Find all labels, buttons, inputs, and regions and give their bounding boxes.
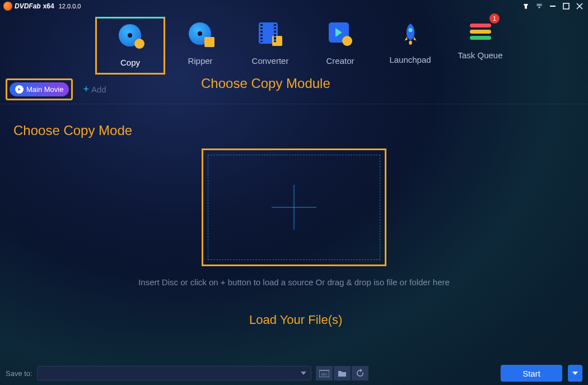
svg-rect-1 (537, 6, 542, 6)
dropzone-highlight (202, 149, 386, 266)
module-copy[interactable]: Copy (95, 17, 165, 75)
disc-icon (189, 22, 211, 45)
chevron-down-icon (301, 372, 306, 375)
mode-label: Main Movie (26, 85, 63, 94)
module-label: Task Queue (458, 50, 502, 60)
disc-sub-icon (134, 39, 144, 49)
module-toolbar: Copy Ripper Converter Creator Launchpad … (0, 11, 588, 77)
rocket-icon (400, 22, 421, 45)
svg-rect-3 (550, 6, 556, 7)
svg-point-5 (408, 28, 412, 32)
module-creator[interactable]: Creator (305, 17, 375, 75)
annotation-mode: Choose Copy Mode (13, 123, 132, 138)
module-launchpad[interactable]: Launchpad (375, 17, 445, 75)
module-task-queue[interactable]: 1 Task Queue (445, 17, 515, 75)
module-converter[interactable]: Converter (235, 17, 305, 75)
brand-name: DVDFab (15, 2, 41, 10)
queue-icon (470, 22, 491, 40)
shirt-icon[interactable] (522, 2, 530, 10)
svg-point-6 (409, 41, 412, 45)
close-button[interactable] (576, 2, 584, 10)
annotation-module: Choose Copy Module (201, 76, 330, 91)
annotation-load: Load Your File(s) (249, 313, 342, 327)
app-logo-icon (3, 2, 12, 11)
film-sub-icon (204, 37, 214, 47)
film-sub-icon (272, 36, 282, 46)
plus-large-icon (272, 185, 316, 230)
queue-badge: 1 (489, 13, 500, 24)
film-icon (259, 22, 278, 44)
save-to-dropdown[interactable] (37, 366, 311, 381)
file-dropzone[interactable] (208, 155, 380, 260)
iso-button[interactable]: ISO (316, 366, 333, 381)
add-source-button[interactable]: + Add (83, 84, 106, 95)
arrow-right-circle-icon (15, 85, 24, 94)
svg-rect-4 (563, 3, 569, 9)
brand-version: 12.0.0.0 (59, 3, 81, 10)
svg-rect-0 (537, 4, 542, 4)
start-label: Start (522, 369, 540, 378)
start-button[interactable]: Start (501, 365, 562, 382)
module-label: Converter (252, 56, 289, 66)
refresh-button[interactable] (352, 366, 368, 381)
disc-icon (119, 24, 141, 47)
minimize-button[interactable] (549, 2, 557, 10)
svg-marker-2 (538, 7, 540, 9)
dropzone-hint: Insert Disc or click on + button to load… (0, 277, 588, 287)
save-to-label: Save to: (6, 369, 32, 378)
folder-button[interactable] (334, 366, 351, 381)
play-icon (329, 22, 349, 43)
module-label: Copy (120, 58, 140, 67)
menu-dropdown-icon[interactable] (535, 2, 543, 10)
brand-arch: x64 (43, 2, 54, 10)
disc-sub-icon (342, 36, 352, 46)
svg-text:ISO: ISO (321, 373, 328, 376)
module-label: Creator (326, 56, 354, 66)
module-label: Ripper (188, 56, 212, 66)
module-label: Launchpad (389, 55, 431, 64)
plus-icon: + (83, 84, 89, 95)
chevron-down-icon (572, 372, 578, 375)
module-ripper[interactable]: Ripper (165, 17, 235, 75)
copy-mode-selector[interactable]: Main Movie (6, 78, 73, 100)
app-brand: DVDFab x64 12.0.0.0 (3, 2, 81, 11)
add-label: Add (91, 85, 106, 94)
maximize-button[interactable] (562, 2, 570, 10)
start-dropdown[interactable] (568, 365, 582, 382)
